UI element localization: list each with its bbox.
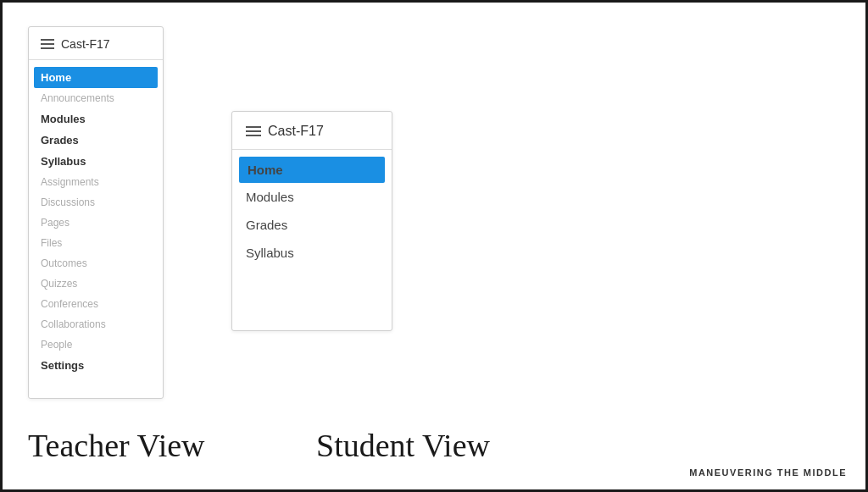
teacher-nav-list: Home Announcements Modules Grades Syllab… — [29, 60, 163, 383]
nav-item-announcements[interactable]: Announcements — [29, 88, 163, 108]
student-panel-header: Cast-F17 — [232, 112, 392, 150]
nav-item-pages[interactable]: Pages — [29, 213, 163, 233]
teacher-view-label: Teacher View — [28, 427, 316, 464]
student-sidebar-panel: Cast-F17 Home Modules Grades Syllabus — [231, 111, 392, 331]
nav-item-syllabus-teacher[interactable]: Syllabus — [29, 151, 163, 172]
labels-row: Teacher View Student View — [28, 420, 840, 464]
nav-item-home-student[interactable]: Home — [239, 157, 385, 183]
student-nav-list: Home Modules Grades Syllabus — [232, 150, 392, 274]
nav-item-people[interactable]: People — [29, 334, 163, 355]
nav-item-conferences[interactable]: Conferences — [29, 294, 163, 314]
nav-item-quizzes[interactable]: Quizzes — [29, 274, 163, 294]
nav-item-assignments[interactable]: Assignments — [29, 172, 163, 192]
teacher-sidebar-panel: Cast-F17 Home Announcements Modules Grad… — [28, 26, 164, 399]
nav-item-syllabus-student[interactable]: Syllabus — [232, 239, 392, 267]
panels-row: Cast-F17 Home Announcements Modules Grad… — [28, 18, 840, 420]
student-hamburger-icon[interactable] — [246, 126, 261, 136]
nav-item-grades-student[interactable]: Grades — [232, 211, 392, 239]
nav-item-files[interactable]: Files — [29, 233, 163, 253]
student-view-label: Student View — [316, 427, 490, 464]
nav-item-modules-student[interactable]: Modules — [232, 183, 392, 211]
nav-item-discussions[interactable]: Discussions — [29, 192, 163, 213]
nav-item-home-teacher[interactable]: Home — [34, 67, 158, 88]
nav-item-settings[interactable]: Settings — [29, 355, 163, 376]
main-container: Cast-F17 Home Announcements Modules Grad… — [3, 3, 865, 489]
nav-item-outcomes[interactable]: Outcomes — [29, 253, 163, 274]
teacher-panel-header: Cast-F17 — [29, 27, 163, 60]
nav-item-modules-teacher[interactable]: Modules — [29, 108, 163, 130]
nav-item-grades-teacher[interactable]: Grades — [29, 130, 163, 151]
watermark: MANEUVERING THE MIDDLE — [689, 467, 847, 478]
teacher-panel-title: Cast-F17 — [61, 37, 110, 51]
nav-item-collaborations[interactable]: Collaborations — [29, 314, 163, 334]
student-panel-title: Cast-F17 — [268, 124, 324, 139]
hamburger-icon[interactable] — [41, 39, 54, 49]
